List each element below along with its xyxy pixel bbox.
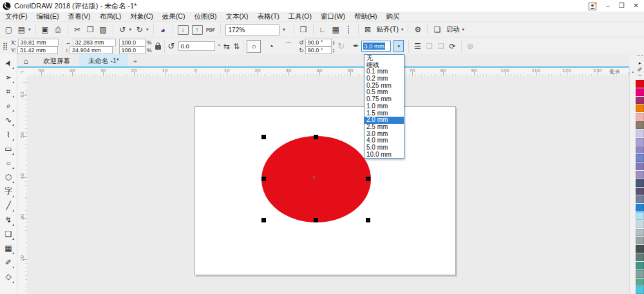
dropdown-arrow-icon[interactable]: ▾ bbox=[28, 27, 31, 32]
outline-width-option[interactable]: 0.5 mm bbox=[365, 89, 404, 96]
rectangle-tool[interactable]: ▭ bbox=[1, 142, 15, 156]
scale-v-field[interactable]: 100.0 bbox=[119, 46, 146, 54]
launch-icon[interactable]: ❏ bbox=[432, 24, 442, 35]
mesh-fill-tool[interactable]: ▦ bbox=[1, 241, 15, 255]
color-swatch[interactable] bbox=[636, 80, 644, 88]
tab-welcome-screen[interactable]: 欢迎屏幕 bbox=[34, 54, 79, 68]
undo-icon[interactable]: ↺ bbox=[118, 24, 128, 35]
color-swatch[interactable] bbox=[636, 220, 644, 228]
arc-end-spinner[interactable]: ▴▾ bbox=[333, 48, 335, 53]
color-swatch[interactable] bbox=[636, 237, 644, 244]
outline-width-option[interactable]: 4.0 mm bbox=[365, 137, 404, 144]
minimize-button[interactable]: – bbox=[606, 0, 610, 12]
full-screen-preview-icon[interactable]: ❒ bbox=[299, 24, 308, 35]
outline-width-option[interactable]: 细线 bbox=[365, 62, 404, 69]
selected-ellipse-object[interactable] bbox=[261, 136, 371, 222]
menu-item[interactable]: 查看(V) bbox=[68, 12, 90, 21]
color-swatch[interactable] bbox=[636, 146, 644, 154]
outline-width-option[interactable]: 0.2 mm bbox=[365, 75, 404, 83]
arc-mode-button[interactable]: ⌒ bbox=[281, 40, 296, 53]
color-swatch[interactable] bbox=[636, 262, 644, 270]
menu-item[interactable]: 效果(C) bbox=[162, 12, 185, 21]
outline-width-option[interactable]: 2.0 mm bbox=[365, 117, 404, 124]
color-swatch[interactable] bbox=[636, 229, 644, 237]
menu-item[interactable]: 编辑(E) bbox=[36, 12, 59, 21]
object-width-field[interactable]: 32.283 mm bbox=[73, 39, 116, 46]
selection-handle-bottom-center[interactable] bbox=[314, 218, 318, 222]
color-swatch[interactable] bbox=[636, 130, 644, 137]
drop-shadow-tool[interactable]: ❏ bbox=[1, 227, 15, 241]
color-swatch[interactable] bbox=[636, 270, 644, 278]
user-account-icon[interactable] bbox=[589, 2, 597, 10]
pick-tool[interactable]: ➤ bbox=[1, 56, 15, 70]
print-icon[interactable]: ⎙ bbox=[53, 24, 63, 35]
color-swatch[interactable] bbox=[636, 195, 644, 203]
pie-mode-button[interactable]: ◔ bbox=[264, 40, 278, 53]
menu-item[interactable]: 文本(X) bbox=[225, 12, 248, 21]
redo-icon[interactable]: ↻ bbox=[135, 24, 144, 35]
launch-label[interactable]: 启动 bbox=[446, 25, 459, 34]
snap-to-icon[interactable]: ⊠ bbox=[363, 24, 373, 35]
menu-item[interactable]: 工具(O) bbox=[289, 12, 312, 21]
polygon-tool[interactable]: ⬡ bbox=[1, 170, 15, 184]
selection-handle-middle-right[interactable] bbox=[366, 177, 370, 181]
color-swatch[interactable] bbox=[636, 162, 644, 170]
outline-width-option[interactable]: 10.0 mm bbox=[365, 152, 404, 159]
search-content-icon[interactable]: ◕ bbox=[158, 24, 168, 35]
arc-start-spinner[interactable]: ▴▾ bbox=[333, 40, 335, 45]
dropdown-arrow-icon[interactable]: ▾ bbox=[129, 27, 132, 32]
dimension-tool[interactable]: ╱ bbox=[1, 199, 15, 213]
color-swatch[interactable] bbox=[636, 212, 644, 220]
dropdown-arrow-icon[interactable]: ▾ bbox=[401, 27, 404, 32]
color-swatch[interactable] bbox=[636, 204, 644, 211]
show-guidelines-icon[interactable]: ┊ bbox=[344, 24, 354, 35]
palette-scroll-up-icon[interactable]: ^ bbox=[636, 74, 644, 80]
color-swatch[interactable] bbox=[636, 179, 644, 187]
menu-item[interactable]: 窗口(W) bbox=[321, 12, 345, 21]
outline-width-option[interactable]: 1.0 mm bbox=[365, 103, 404, 110]
menu-item[interactable]: 表格(T) bbox=[257, 12, 279, 21]
text-tool[interactable]: 字 bbox=[1, 184, 15, 199]
mirror-horizontal-icon[interactable]: ⇆ bbox=[223, 42, 230, 51]
snap-to-label[interactable]: 贴齐(T) bbox=[377, 25, 399, 34]
new-document-icon[interactable]: ▢ bbox=[4, 24, 14, 35]
arc-start-field[interactable]: 90.0 ° bbox=[305, 39, 332, 46]
object-height-field[interactable]: 24.904 mm bbox=[70, 46, 113, 54]
interactive-fill-tool[interactable]: ◇ bbox=[1, 270, 15, 284]
zoom-level-value[interactable]: 172% bbox=[225, 24, 279, 35]
vertical-scrollbar[interactable]: ▴ bbox=[629, 68, 636, 294]
save-icon[interactable]: ▣ bbox=[41, 24, 50, 35]
scale-h-field[interactable]: 100.0 bbox=[119, 39, 146, 46]
cut-icon[interactable]: ✂ bbox=[73, 24, 82, 35]
export-icon[interactable]: ↑ bbox=[192, 25, 203, 35]
connector-tool[interactable]: ↯ bbox=[1, 213, 15, 227]
selection-handle-top-left[interactable] bbox=[261, 135, 266, 139]
dropdown-arrow-icon[interactable]: ▾ bbox=[146, 27, 149, 32]
zoom-level-combo[interactable]: 172%▾ bbox=[225, 24, 289, 36]
ruler-origin-icon[interactable]: ⌐ bbox=[17, 68, 28, 77]
drawing-canvas[interactable]: × bbox=[27, 76, 629, 294]
outline-width-option[interactable]: 0.1 mm bbox=[365, 68, 404, 75]
convert-to-curves-icon[interactable]: ⟳ bbox=[450, 42, 456, 51]
new-document-tab-button[interactable]: + bbox=[128, 54, 142, 68]
menu-item[interactable]: 购买 bbox=[386, 12, 400, 21]
outline-width-option[interactable]: 3.0 mm bbox=[365, 131, 404, 138]
selection-handle-bottom-left[interactable] bbox=[261, 218, 266, 222]
home-tab-icon[interactable]: ⌂ bbox=[17, 54, 34, 68]
outline-width-option[interactable]: 无 bbox=[365, 55, 404, 62]
scroll-up-icon[interactable]: ▴ bbox=[630, 69, 636, 74]
zoom-tool[interactable]: ⌕ bbox=[1, 99, 15, 113]
copy-icon[interactable]: ❐ bbox=[86, 24, 95, 35]
palette-expand-icon[interactable]: ▸ bbox=[636, 60, 644, 66]
mirror-vertical-icon[interactable]: ⇅ bbox=[233, 42, 240, 51]
crop-tool[interactable]: ⌗ bbox=[1, 84, 15, 99]
color-swatch[interactable] bbox=[636, 97, 644, 104]
y-position-field[interactable]: 31.42 mm bbox=[17, 46, 58, 54]
artistic-media-tool[interactable]: ⌇ bbox=[1, 127, 15, 141]
outline-width-option[interactable]: 0.75 mm bbox=[365, 96, 404, 103]
outline-width-dropdown-button[interactable]: ▾ bbox=[393, 40, 404, 52]
tab-untitled-document[interactable]: 未命名 -1* bbox=[79, 54, 128, 68]
menu-item[interactable]: 位图(B) bbox=[194, 12, 216, 21]
show-rulers-icon[interactable]: ∟ bbox=[318, 24, 328, 35]
shape-tool[interactable]: ➢ bbox=[1, 70, 15, 84]
